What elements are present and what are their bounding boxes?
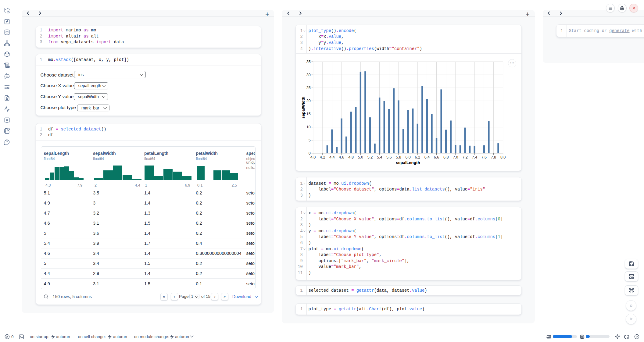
svg-text:sepalWidth: sepalWidth (301, 97, 306, 119)
svg-text:5.8: 5.8 (396, 155, 401, 159)
svg-text:6.8: 6.8 (443, 155, 449, 159)
svg-text:4.4: 4.4 (329, 155, 335, 159)
svg-text:6.6: 6.6 (434, 155, 439, 159)
svg-text:5.2: 5.2 (367, 155, 373, 159)
svg-text:4.2: 4.2 (320, 155, 325, 159)
svg-text:4.8: 4.8 (348, 155, 353, 159)
svg-text:5.0: 5.0 (358, 155, 363, 159)
svg-text:20: 20 (306, 99, 311, 103)
svg-text:5.6: 5.6 (386, 155, 392, 159)
svg-text:7.6: 7.6 (481, 155, 486, 159)
svg-text:5: 5 (309, 138, 311, 142)
svg-text:7.8: 7.8 (491, 155, 496, 159)
svg-text:4.6: 4.6 (339, 155, 344, 159)
svg-text:0: 0 (309, 151, 311, 155)
svg-text:7.4: 7.4 (472, 155, 477, 159)
svg-text:5.4: 5.4 (377, 155, 382, 159)
svg-text:7.2: 7.2 (462, 155, 467, 159)
svg-text:10: 10 (306, 125, 311, 129)
svg-text:25: 25 (306, 86, 311, 90)
svg-text:15: 15 (306, 112, 311, 116)
svg-text:6.4: 6.4 (424, 155, 430, 159)
svg-text:6.0: 6.0 (405, 155, 410, 159)
svg-text:7.0: 7.0 (453, 155, 458, 159)
svg-text:sepalLength: sepalLength (396, 160, 420, 165)
svg-text:35: 35 (306, 60, 311, 64)
svg-text:30: 30 (306, 73, 311, 77)
svg-text:6.2: 6.2 (415, 155, 420, 159)
svg-text:4.0: 4.0 (310, 155, 316, 159)
svg-text:8.0: 8.0 (500, 155, 506, 159)
